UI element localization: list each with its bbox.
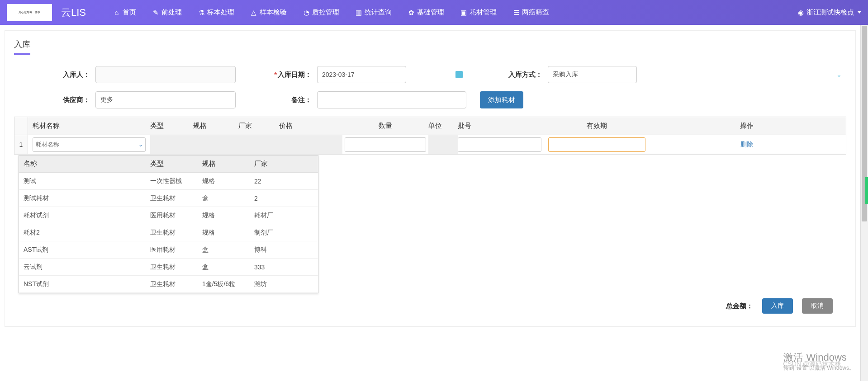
nav-screening[interactable]: ☰两癌筛查 bbox=[512, 8, 549, 17]
nav-label: 耗材管理 bbox=[470, 8, 497, 17]
wrench-icon: ✎ bbox=[152, 9, 159, 16]
chart-icon: ▥ bbox=[355, 9, 362, 16]
nav-label: 标本处理 bbox=[207, 8, 234, 17]
logo: 用心做好每一件事 bbox=[7, 4, 52, 21]
nav-sample-test[interactable]: △样本检验 bbox=[250, 8, 287, 17]
nav-label: 统计查询 bbox=[365, 8, 392, 17]
nav-label: 两癌筛查 bbox=[522, 8, 549, 17]
home-icon: ⌂ bbox=[113, 9, 120, 16]
box-icon: ▣ bbox=[460, 9, 467, 16]
nav-home[interactable]: ⌂首页 bbox=[113, 8, 136, 17]
list-icon: ☰ bbox=[512, 9, 520, 16]
top-header: 用心做好每一件事 云LIS ⌂首页 ✎前处理 ⚗标本处理 △样本检验 ◔质控管理… bbox=[0, 0, 868, 25]
nav-qc[interactable]: ◔质控管理 bbox=[303, 8, 339, 17]
nav-label: 样本检验 bbox=[260, 8, 287, 17]
user-name: 浙江测试快检点 bbox=[806, 8, 854, 17]
user-menu[interactable]: ◉ 浙江测试快检点 bbox=[797, 8, 861, 17]
main-nav: ⌂首页 ✎前处理 ⚗标本处理 △样本检验 ◔质控管理 ▥统计查询 ✿基础管理 ▣… bbox=[113, 8, 797, 17]
nav-label: 前处理 bbox=[161, 8, 182, 17]
nav-preprocess[interactable]: ✎前处理 bbox=[152, 8, 182, 17]
flask-icon: ⚗ bbox=[198, 9, 205, 16]
beaker-icon: △ bbox=[250, 9, 257, 16]
pie-icon: ◔ bbox=[303, 9, 310, 16]
nav-stats[interactable]: ▥统计查询 bbox=[355, 8, 392, 17]
gear-icon: ✿ bbox=[408, 9, 415, 16]
nav-consumables[interactable]: ▣耗材管理 bbox=[460, 8, 497, 17]
nav-label: 首页 bbox=[123, 8, 136, 17]
nav-basic[interactable]: ✿基础管理 bbox=[408, 8, 444, 17]
app-name: 云LIS bbox=[61, 6, 86, 19]
nav-label: 质控管理 bbox=[312, 8, 339, 17]
nav-specimen[interactable]: ⚗标本处理 bbox=[198, 8, 234, 17]
chevron-down-icon bbox=[858, 11, 861, 14]
nav-label: 基础管理 bbox=[417, 8, 444, 17]
user-icon: ◉ bbox=[797, 9, 804, 16]
